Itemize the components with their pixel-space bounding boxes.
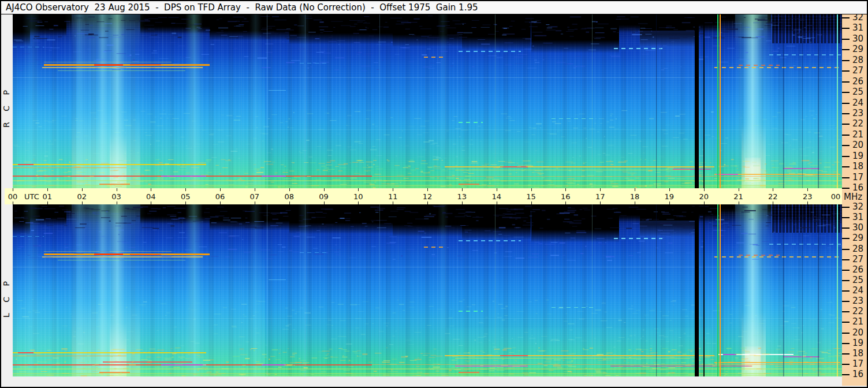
hour-label: 21 xyxy=(733,192,743,201)
hour-tick xyxy=(358,202,359,204)
freq-tick xyxy=(842,217,850,218)
hour-label: 15 xyxy=(526,192,536,201)
freq-tick xyxy=(842,92,850,93)
hour-tick xyxy=(289,188,290,191)
freq-tick xyxy=(842,70,850,72)
hour-tick xyxy=(462,202,463,204)
hour-tick xyxy=(255,188,255,191)
hour-tick xyxy=(117,202,117,204)
hour-label: 16 xyxy=(561,192,571,201)
hour-label: 11 xyxy=(388,192,398,201)
hour-label: 00 xyxy=(831,192,841,201)
freq-tick-label: 31 xyxy=(852,23,863,33)
freq-tick xyxy=(842,301,850,302)
freq-tick xyxy=(842,17,850,18)
hour-label: 07 xyxy=(250,192,260,201)
heatmap-layer xyxy=(802,14,803,188)
title-bar: AJ4CO Observatory 23 Aug 2015 - DPS on T… xyxy=(1,1,867,14)
freq-tick xyxy=(842,28,850,29)
freq-tick-label: 18 xyxy=(852,348,863,359)
heatmap-layer xyxy=(837,14,838,188)
freq-tick-label: 25 xyxy=(852,275,863,285)
hour-label: 04 xyxy=(146,192,156,201)
hour-tick xyxy=(324,188,325,191)
freq-tick xyxy=(842,113,850,114)
hour-tick xyxy=(669,202,670,204)
hour-tick xyxy=(669,188,670,191)
freq-tick-label: 29 xyxy=(852,44,863,54)
freq-tick xyxy=(842,156,850,157)
heatmap-layer xyxy=(703,14,705,188)
hour-tick xyxy=(185,202,186,204)
hour-tick xyxy=(600,188,601,191)
freq-tick xyxy=(842,39,850,40)
freq-tick xyxy=(842,322,850,323)
heatmap-layer xyxy=(495,14,496,188)
heatmap-layer xyxy=(305,204,306,376)
hour-tick xyxy=(531,202,532,204)
heatmap-layer xyxy=(495,204,496,376)
freq-tick-label: 26 xyxy=(852,76,863,87)
freq-tick-label: 30 xyxy=(852,33,863,44)
freq-tick-label: 16 xyxy=(852,182,863,193)
hour-tick xyxy=(739,188,739,191)
freq-tick xyxy=(842,374,850,375)
heatmap-layer xyxy=(802,204,803,376)
hour-tick xyxy=(151,202,151,204)
hour-tick xyxy=(289,202,290,204)
freq-tick-label: 20 xyxy=(852,327,863,338)
freq-tick-label: 28 xyxy=(852,55,863,65)
hour-tick xyxy=(47,202,48,204)
freq-tick-label: 17 xyxy=(852,359,863,369)
freq-tick xyxy=(842,103,850,104)
hour-tick xyxy=(82,202,83,204)
hour-tick xyxy=(704,188,705,191)
freq-tick-label: 31 xyxy=(852,212,863,222)
freq-tick-label: 25 xyxy=(852,87,863,97)
hour-tick xyxy=(255,202,255,204)
freq-tick-label: 18 xyxy=(852,161,863,171)
polarization-label-lcp: L C P xyxy=(1,248,12,346)
freq-tick xyxy=(842,60,850,61)
freq-tick-label: 23 xyxy=(852,296,863,306)
freq-tick xyxy=(842,353,850,355)
hour-label: 20 xyxy=(699,192,709,201)
spectrogram-lcp xyxy=(13,204,842,376)
hour-tick xyxy=(151,188,151,191)
page-title: AJ4CO Observatory 23 Aug 2015 - DPS on T… xyxy=(6,2,478,13)
freq-tick xyxy=(842,259,850,260)
freq-tick xyxy=(842,207,850,208)
heatmap-layer xyxy=(720,204,721,376)
freq-tick-label: 20 xyxy=(852,140,863,150)
freq-tick-label: 24 xyxy=(852,285,863,296)
hour-tick xyxy=(117,188,117,191)
heatmap-layer xyxy=(379,14,380,188)
hour-label: 17 xyxy=(595,192,605,201)
freq-tick-label: 30 xyxy=(852,222,863,233)
heatmap-layer xyxy=(717,14,718,188)
hour-tick xyxy=(600,202,601,204)
hour-label: 14 xyxy=(491,192,501,201)
freq-tick-label: 27 xyxy=(852,254,863,264)
freq-tick xyxy=(842,145,850,146)
freq-tick-label: 29 xyxy=(852,233,863,243)
heatmap-layer xyxy=(379,204,380,376)
mhz-unit-label: MHz xyxy=(844,192,862,202)
freq-tick xyxy=(842,238,850,239)
heatmap-layer xyxy=(656,14,657,188)
heatmap-layer xyxy=(695,204,699,376)
freq-tick xyxy=(842,166,850,167)
freq-tick xyxy=(842,333,850,334)
heatmap-layer xyxy=(305,14,306,188)
heatmap-layer xyxy=(783,204,784,376)
freq-tick-label: 16 xyxy=(852,369,863,379)
hour-tick xyxy=(13,188,13,191)
freq-tick xyxy=(842,188,850,189)
freq-tick xyxy=(842,49,850,50)
freq-tick-label: 27 xyxy=(852,65,863,76)
freq-tick xyxy=(842,135,850,136)
hour-tick xyxy=(807,188,808,191)
hour-tick xyxy=(807,202,808,204)
freq-tick-label: 23 xyxy=(852,108,863,118)
heatmap-layer xyxy=(592,204,593,376)
